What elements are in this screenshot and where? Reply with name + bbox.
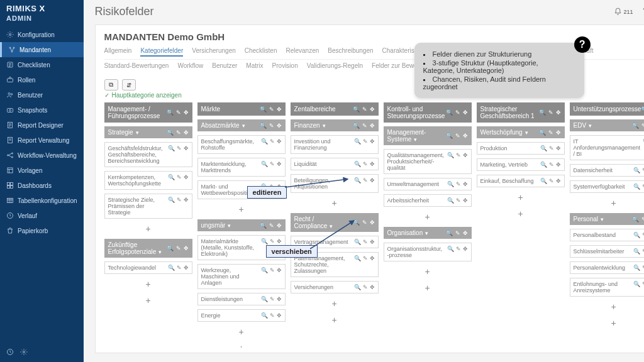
edit-icon[interactable]: ✎ (456, 181, 461, 187)
card[interactable]: Schlüsselmitarbeiter🔍✎✥ (570, 245, 644, 258)
card[interactable]: Organisationsstruktur, -prozesse🔍✎✥ (384, 243, 472, 261)
sidebar-item-workflow-verwaltung[interactable]: Workflow-Verwaltung (0, 148, 84, 163)
card[interactable]: Einkauf, Beschaffung🔍✎✥ (477, 175, 565, 187)
subcategory-header[interactable]: Management-Systeme🔍✎✥ (384, 126, 472, 145)
card[interactable]: Beteiligungen, Akquisitionen🔍✎✥ (291, 174, 379, 193)
search-icon[interactable]: 🔍 (167, 245, 174, 251)
card[interactable]: Dienstleistungen🔍✎✥ (197, 293, 286, 305)
move-icon[interactable]: ✥ (277, 296, 282, 302)
search-icon[interactable]: 🔍 (167, 129, 174, 136)
edit-icon[interactable]: ✎ (270, 161, 275, 173)
move-icon[interactable]: ✥ (184, 197, 189, 216)
add-card-button[interactable]: + (570, 300, 644, 313)
search-icon[interactable]: 🔍 (261, 161, 268, 173)
sidebar-item-report-designer[interactable]: Report Designer (0, 118, 84, 133)
sidebar-item-report-verwaltung[interactable]: Report Verwaltung (0, 133, 84, 148)
edit-icon[interactable]: ✎ (270, 312, 275, 319)
edit-icon[interactable]: ✎ (641, 123, 644, 129)
search-icon[interactable]: 🔍 (633, 167, 640, 173)
edit-icon[interactable]: ✎ (456, 197, 461, 204)
search-icon[interactable]: 🔍 (540, 178, 547, 184)
card[interactable]: Kernkompetenzen, Wertschöpfungskette🔍✎✥ (104, 171, 192, 190)
toolbar-filter-icon[interactable]: ⇵ (122, 79, 136, 90)
tab-workflow[interactable]: Workflow (177, 61, 203, 70)
search-icon[interactable]: 🔍 (168, 174, 175, 187)
search-icon[interactable]: 🔍 (260, 123, 267, 129)
sidebar-item-konfiguration[interactable]: Konfiguration (0, 27, 84, 42)
edit-icon[interactable]: ✎ (642, 232, 644, 238)
sidebar-item-checklisten[interactable]: Checklisten (0, 57, 84, 72)
sidebar-item-mandanten[interactable]: Mandanten (0, 42, 84, 57)
search-icon[interactable]: 🔍 (446, 109, 453, 116)
column-header[interactable]: Zentalbereiche🔍✎✥ (291, 102, 379, 116)
card[interactable]: Marketing, Vertrieb🔍✎✥ (477, 158, 565, 171)
sidebar-item-verlauf[interactable]: Verlauf (0, 208, 84, 223)
network-icon[interactable] (642, 7, 644, 17)
edit-icon[interactable]: ✎ (177, 197, 182, 216)
edit-icon[interactable]: ✎ (363, 255, 368, 274)
move-icon[interactable]: ✥ (556, 145, 561, 151)
search-icon[interactable]: 🔍 (633, 281, 640, 293)
edit-icon[interactable]: ✎ (363, 138, 368, 151)
column-header[interactable]: Strategischer Geschäftsbereich 1🔍✎✥ (477, 102, 565, 123)
move-icon[interactable]: ✥ (556, 129, 561, 136)
edit-icon[interactable]: ✎ (362, 123, 367, 129)
edit-icon[interactable]: ✎ (177, 145, 182, 164)
add-card-button[interactable]: + (197, 203, 286, 216)
add-card-button[interactable]: + (477, 191, 565, 204)
edit-icon[interactable]: ✎ (363, 161, 368, 167)
move-icon[interactable]: ✥ (463, 197, 468, 204)
search-icon[interactable]: 🔍 (354, 239, 361, 245)
move-icon[interactable]: ✥ (370, 177, 375, 190)
subcategory-header[interactable]: Finanzen🔍✎✥ (291, 119, 379, 131)
move-icon[interactable]: ✥ (277, 267, 282, 286)
subcategory-header[interactable]: Personal🔍✎✥ (570, 213, 644, 225)
move-icon[interactable]: ✥ (463, 109, 468, 116)
card[interactable]: Umweltmanagement🔍✎✥ (384, 178, 472, 190)
card[interactable]: Datensicherheit🔍✎✥ (570, 164, 644, 177)
add-subcategory-button[interactable]: + (197, 342, 286, 348)
move-icon[interactable]: ✥ (463, 181, 468, 187)
add-card-button[interactable]: + (104, 222, 192, 235)
search-icon[interactable]: 🔍 (260, 222, 267, 229)
edit-icon[interactable]: ✎ (548, 129, 553, 136)
search-icon[interactable]: 🔍 (539, 129, 546, 136)
edit-icon[interactable]: ✎ (176, 109, 181, 116)
gear-icon[interactable] (20, 348, 28, 357)
move-icon[interactable]: ✥ (184, 245, 189, 251)
move-icon[interactable]: ✥ (277, 138, 282, 151)
move-icon[interactable]: ✥ (463, 246, 468, 258)
card[interactable]: Produktion🔍✎✥ (477, 142, 565, 155)
move-icon[interactable]: ✥ (370, 123, 375, 129)
tab-kategoriefelder[interactable]: Kategoriefelder (140, 46, 183, 57)
edit-icon[interactable]: ✎ (270, 267, 275, 286)
add-card-button[interactable]: + (384, 265, 472, 278)
move-icon[interactable]: ✥ (184, 145, 189, 164)
edit-icon[interactable]: ✎ (362, 106, 367, 112)
move-icon[interactable]: ✥ (277, 106, 282, 112)
subcategory-header[interactable]: Zukünftige Erfolgspotenziale🔍✎✥ (104, 239, 192, 258)
card[interactable]: Investition und Finanzierung🔍✎✥ (291, 135, 379, 154)
search-icon[interactable]: 🔍 (354, 255, 361, 274)
column-header[interactable]: Märkte🔍✎✥ (197, 102, 286, 116)
search-icon[interactable]: 🔍 (168, 265, 175, 271)
tab-allgemein[interactable]: Allgemein (104, 46, 132, 57)
add-subcategory-button[interactable]: + (570, 317, 644, 329)
edit-icon[interactable]: ✎ (642, 248, 644, 255)
sidebar-item-dashboards[interactable]: Dashboards (0, 178, 84, 193)
subcategory-header[interactable]: ungsmär🔍✎✥ (197, 219, 286, 231)
search-icon[interactable]: 🔍 (354, 284, 361, 290)
search-icon[interactable]: 🔍 (447, 152, 454, 171)
move-icon[interactable]: ✥ (370, 255, 375, 274)
column-header[interactable]: Kontroll- und Steuerungsprozesse🔍✎✥ (384, 102, 472, 123)
edit-icon[interactable]: ✎ (363, 177, 368, 190)
move-icon[interactable]: ✥ (277, 161, 282, 173)
edit-icon[interactable]: ✎ (455, 133, 460, 139)
search-icon[interactable]: 🔍 (167, 109, 174, 116)
sidebar-item-vorlagen[interactable]: Vorlagen (0, 163, 84, 178)
bell-icon[interactable]: 211 (614, 8, 633, 16)
search-icon[interactable]: 🔍 (354, 138, 361, 151)
add-card-button[interactable]: + (197, 326, 286, 338)
sidebar-item-rollen[interactable]: Rollen (0, 72, 84, 87)
tab-provision[interactable]: Provision (272, 61, 298, 70)
